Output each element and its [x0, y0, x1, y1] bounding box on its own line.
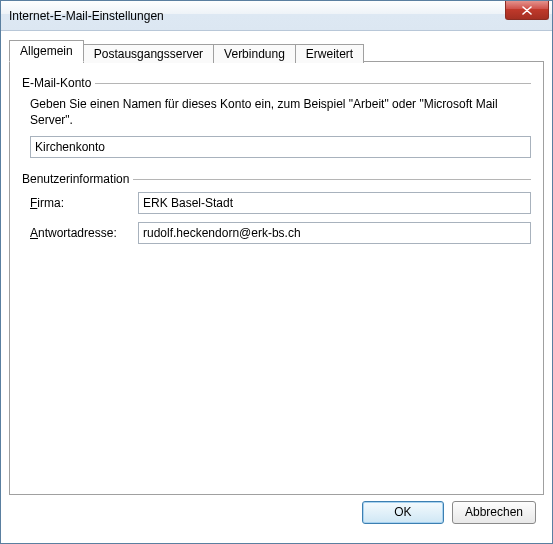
- group-user-info: Benutzerinformation Firma: Antwortadress…: [22, 172, 531, 244]
- tab-panel-general: E-Mail-Konto Geben Sie einen Namen für d…: [9, 61, 544, 495]
- client-area: Allgemein Postausgangsserver Verbindung …: [1, 31, 552, 543]
- cancel-button[interactable]: Abbrechen: [452, 501, 536, 524]
- tab-advanced-label: Erweitert: [306, 47, 353, 61]
- reply-address-input[interactable]: [138, 222, 531, 244]
- divider: [133, 179, 531, 180]
- account-description: Geben Sie einen Namen für dieses Konto e…: [30, 96, 531, 128]
- tab-connection[interactable]: Verbindung: [213, 44, 296, 63]
- company-input[interactable]: [138, 192, 531, 214]
- group-email-account: E-Mail-Konto Geben Sie einen Namen für d…: [22, 76, 531, 158]
- close-icon: [522, 6, 532, 15]
- account-name-input[interactable]: [30, 136, 531, 158]
- tab-advanced[interactable]: Erweitert: [295, 44, 364, 63]
- dialog-window: Internet-E-Mail-Einstellungen Allgemein …: [0, 0, 553, 544]
- reply-address-label: Antwortadresse:: [30, 226, 138, 240]
- divider: [95, 83, 531, 84]
- tab-connection-label: Verbindung: [224, 47, 285, 61]
- ok-button-label: OK: [394, 505, 411, 519]
- group-email-account-header: E-Mail-Konto: [22, 76, 531, 90]
- group-user-info-header: Benutzerinformation: [22, 172, 531, 186]
- tab-general[interactable]: Allgemein: [9, 40, 84, 62]
- group-user-info-title: Benutzerinformation: [22, 172, 133, 186]
- ok-button[interactable]: OK: [362, 501, 444, 524]
- tab-outgoing-server[interactable]: Postausgangsserver: [83, 44, 214, 63]
- cancel-button-label: Abbrechen: [465, 505, 523, 519]
- company-label: Firma:: [30, 196, 138, 210]
- group-email-account-title: E-Mail-Konto: [22, 76, 95, 90]
- close-button[interactable]: [505, 1, 549, 20]
- window-title: Internet-E-Mail-Einstellungen: [9, 9, 164, 23]
- tab-outgoing-label: Postausgangsserver: [94, 47, 203, 61]
- titlebar: Internet-E-Mail-Einstellungen: [1, 1, 552, 31]
- tab-strip: Allgemein Postausgangsserver Verbindung …: [9, 39, 544, 61]
- tab-general-label: Allgemein: [20, 44, 73, 58]
- dialog-button-row: OK Abbrechen: [9, 495, 544, 535]
